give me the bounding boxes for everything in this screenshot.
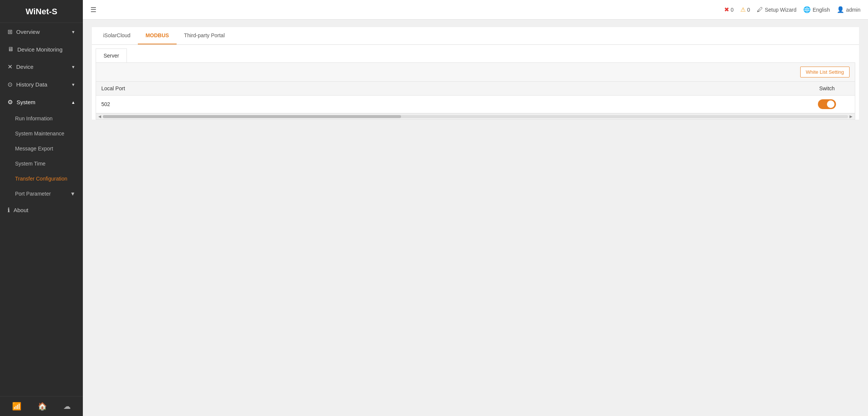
page-content: iSolarCloud MODBUS Third-party Portal Se… <box>83 20 868 416</box>
sidebar-subitem-message-export[interactable]: Message Export <box>0 141 83 156</box>
main-content: ☰ ✖ 0 ⚠ 0 🖊 Setup Wizard 🌐 English 👤 adm… <box>83 0 868 416</box>
globe-icon: 🌐 <box>803 6 811 13</box>
language-button[interactable]: 🌐 English <box>803 6 830 13</box>
sidebar-item-label: About <box>14 207 28 213</box>
device-icon: ✕ <box>8 63 12 70</box>
port-value: 502 <box>101 101 804 107</box>
gear-icon: ⚙ <box>8 99 13 106</box>
subitem-label: System Time <box>15 161 46 167</box>
user-button[interactable]: 👤 admin <box>837 6 860 13</box>
sidebar-item-label: Overview <box>16 29 40 35</box>
overview-icon: ⊞ <box>8 28 12 35</box>
user-label: admin <box>846 7 860 13</box>
chevron-down-icon: ▼ <box>70 191 75 197</box>
header-left: ☰ <box>90 6 96 14</box>
error-count: 0 <box>731 7 734 13</box>
warning-count: 0 <box>747 7 750 13</box>
sidebar-item-label: Device Monitoring <box>17 46 63 53</box>
horizontal-scrollbar[interactable]: ◀ ▶ <box>96 113 855 119</box>
scroll-right-icon[interactable]: ▶ <box>848 114 854 118</box>
subitem-label: Port Parameter <box>15 191 51 197</box>
subitem-label: Transfer Configuration <box>15 176 67 182</box>
whitelist-button[interactable]: White List Setting <box>800 67 850 77</box>
header: ☰ ✖ 0 ⚠ 0 🖊 Setup Wizard 🌐 English 👤 adm… <box>83 0 868 20</box>
tab-isolarcloud[interactable]: iSolarCloud <box>96 27 138 44</box>
chevron-down-icon: ▼ <box>71 82 75 87</box>
wizard-icon: 🖊 <box>757 6 763 13</box>
main-tabs: iSolarCloud MODBUS Third-party Portal <box>92 27 859 45</box>
subitem-label: System Maintenance <box>15 131 64 137</box>
home-icon[interactable]: 🏠 <box>38 402 47 411</box>
tab-third-party-portal[interactable]: Third-party Portal <box>177 27 232 44</box>
sidebar-item-overview[interactable]: ⊞ Overview ▼ <box>0 23 83 41</box>
sidebar-subitem-run-information[interactable]: Run Information <box>0 111 83 126</box>
sidebar: WiNet-S ⊞ Overview ▼ 🖥 Device Monitoring… <box>0 0 83 416</box>
tab-modbus[interactable]: MODBUS <box>138 27 176 44</box>
toggle-knob <box>827 100 834 108</box>
sidebar-item-device-monitoring[interactable]: 🖥 Device Monitoring <box>0 41 83 58</box>
chevron-down-icon: ▼ <box>71 30 75 34</box>
toggle-switch[interactable] <box>818 99 836 109</box>
monitor-icon: 🖥 <box>8 46 14 53</box>
chevron-down-icon: ▼ <box>71 65 75 69</box>
scroll-left-icon[interactable]: ◀ <box>97 114 103 118</box>
sidebar-subitem-port-parameter[interactable]: Port Parameter ▼ <box>0 186 83 201</box>
wifi-icon[interactable]: 📶 <box>12 402 21 411</box>
history-icon: ⊙ <box>8 81 12 88</box>
sidebar-subitem-system-maintenance[interactable]: System Maintenance <box>0 126 83 141</box>
cloud-icon[interactable]: ☁ <box>63 402 71 411</box>
info-icon: ℹ <box>8 206 10 214</box>
warning-badge: ⚠ 0 <box>740 6 750 13</box>
sidebar-item-about[interactable]: ℹ About <box>0 201 83 219</box>
subitem-label: Run Information <box>15 115 53 121</box>
server-tab[interactable]: Server <box>96 49 127 62</box>
column-switch: Switch <box>804 85 850 91</box>
setup-wizard-button[interactable]: 🖊 Setup Wizard <box>757 6 796 13</box>
sidebar-item-label: System <box>17 99 35 105</box>
sidebar-subitem-system-time[interactable]: System Time <box>0 156 83 171</box>
subitem-label: Message Export <box>15 146 53 152</box>
scrollbar-track[interactable] <box>103 115 848 118</box>
table-header: Local Port Switch <box>96 82 855 96</box>
sidebar-subitem-transfer-configuration[interactable]: Transfer Configuration <box>0 171 83 186</box>
error-icon: ✖ <box>724 6 729 13</box>
error-badge: ✖ 0 <box>724 6 734 13</box>
modbus-table: White List Setting Local Port Switch 502 <box>96 62 855 120</box>
hamburger-icon[interactable]: ☰ <box>90 6 96 14</box>
sidebar-nav: ⊞ Overview ▼ 🖥 Device Monitoring ✕ Devic… <box>0 23 83 396</box>
switch-cell <box>804 99 850 109</box>
app-title: WiNet-S <box>0 0 83 23</box>
language-label: English <box>813 7 830 13</box>
warning-icon: ⚠ <box>740 6 746 13</box>
content-panel: Server White List Setting Local Port Swi… <box>92 45 859 120</box>
sidebar-item-label: History Data <box>16 81 47 88</box>
sidebar-item-label: Device <box>16 64 34 70</box>
scrollbar-thumb[interactable] <box>103 115 401 118</box>
sidebar-item-device[interactable]: ✕ Device ▼ <box>0 58 83 76</box>
sidebar-item-history-data[interactable]: ⊙ History Data ▼ <box>0 76 83 93</box>
user-icon: 👤 <box>837 6 844 13</box>
chevron-up-icon: ▲ <box>71 100 75 105</box>
sidebar-item-system[interactable]: ⚙ System ▲ <box>0 93 83 111</box>
column-local-port: Local Port <box>101 85 804 91</box>
table-row: 502 <box>96 96 855 113</box>
setup-wizard-label: Setup Wizard <box>765 7 796 13</box>
sidebar-bottom: 📶 🏠 ☁ <box>0 396 83 416</box>
table-toolbar: White List Setting <box>96 63 855 82</box>
header-right: ✖ 0 ⚠ 0 🖊 Setup Wizard 🌐 English 👤 admin <box>724 6 860 13</box>
